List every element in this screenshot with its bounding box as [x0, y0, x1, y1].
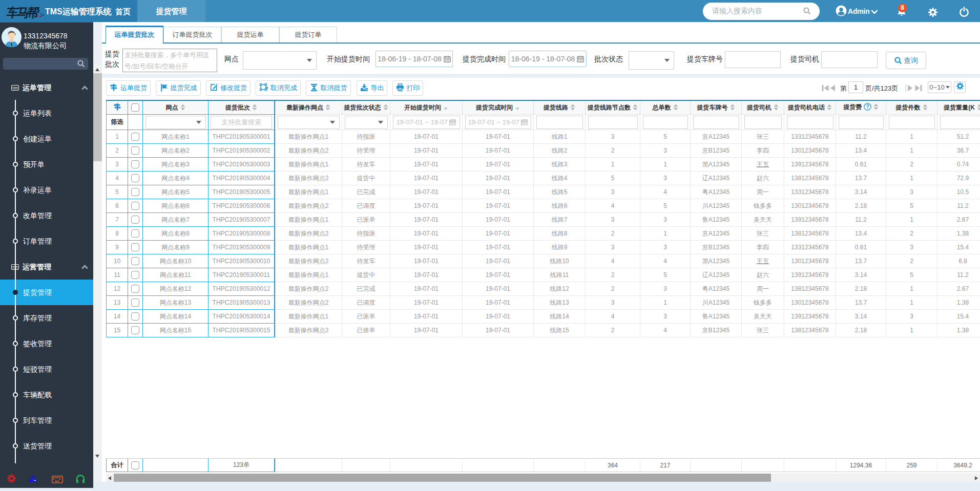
svg-text:?: ?	[866, 104, 869, 110]
